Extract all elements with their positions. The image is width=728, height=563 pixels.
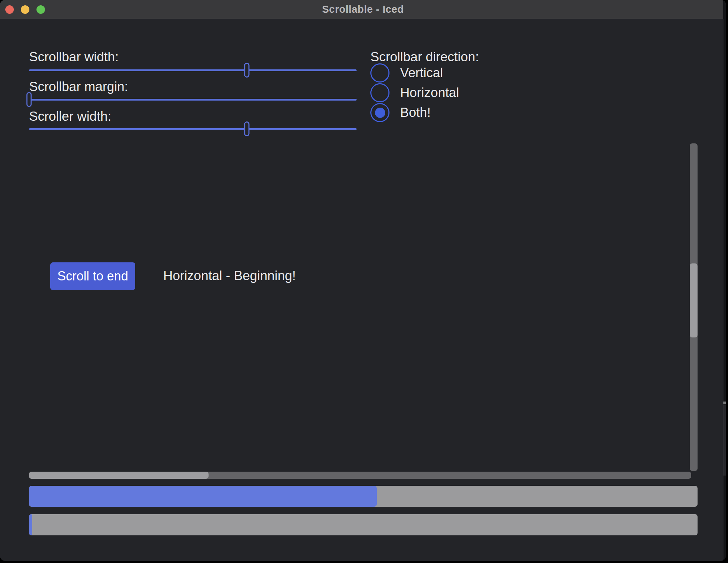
background-window-edge: [723, 405, 726, 476]
slider-rail[interactable]: [29, 128, 357, 130]
radio-dot-icon: [375, 108, 385, 118]
scrollbar-direction-group: Vertical Horizontal Both!: [370, 63, 459, 123]
radio-both-label[interactable]: Both!: [400, 105, 431, 120]
app-window: Scrollable - Iced Scrollbar width: Scrol…: [0, 0, 726, 561]
zoom-button[interactable]: [36, 5, 45, 14]
window-border-line: [723, 19, 723, 559]
scroller-width-slider[interactable]: [29, 121, 357, 136]
scroll-to-end-button[interactable]: Scroll to end: [50, 262, 135, 290]
radio-circle-icon[interactable]: [370, 63, 389, 83]
radio-vertical-label[interactable]: Vertical: [400, 66, 443, 80]
radio-horizontal-label[interactable]: Horizontal: [400, 85, 459, 100]
horizontal-scroller-thumb[interactable]: [29, 472, 209, 479]
slider-rail[interactable]: [29, 99, 357, 101]
radio-vertical[interactable]: Vertical: [370, 63, 459, 83]
radio-horizontal[interactable]: Horizontal: [370, 83, 459, 103]
progress-fill: [29, 486, 377, 507]
progress-fill: [29, 514, 32, 535]
scrollbar-direction-label: Scrollbar direction:: [370, 50, 479, 64]
slider-handle[interactable]: [27, 92, 32, 107]
vertical-scrollbar[interactable]: [690, 143, 698, 471]
slider-rail[interactable]: [29, 69, 357, 71]
radio-both[interactable]: Both!: [370, 103, 459, 123]
slider-handle[interactable]: [244, 121, 250, 136]
background-window-tick: [723, 402, 726, 404]
scrollbar-width-slider[interactable]: [29, 63, 357, 78]
radio-circle-icon[interactable]: [370, 83, 389, 102]
scrollbar-margin-slider[interactable]: [29, 92, 357, 107]
close-button[interactable]: [5, 5, 14, 14]
scrollbar-width-label: Scrollbar width:: [29, 50, 119, 64]
vertical-scroller-thumb[interactable]: [690, 263, 698, 337]
minimize-button[interactable]: [21, 5, 29, 14]
scroll-status-text: Horizontal - Beginning!: [163, 268, 296, 283]
radio-circle-icon[interactable]: [370, 103, 389, 122]
slider-handle[interactable]: [244, 63, 250, 78]
titlebar[interactable]: Scrollable - Iced: [0, 0, 726, 19]
traffic-lights: [5, 5, 45, 14]
window-title: Scrollable - Iced: [322, 4, 404, 15]
window-right-edge: [723, 0, 726, 561]
horizontal-scrollbar[interactable]: [29, 472, 691, 479]
horizontal-progress-bar: [29, 486, 698, 507]
vertical-progress-bar: [29, 514, 698, 535]
